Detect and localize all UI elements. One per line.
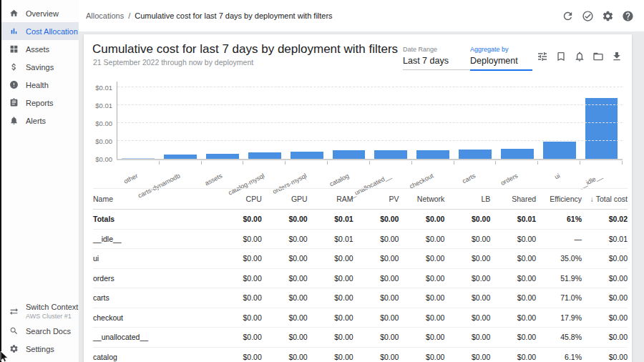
- row-value: $0.01: [308, 229, 353, 249]
- table-row-checkout[interactable]: checkout$0.00$0.00$0.00$0.00$0.00$0.00$0…: [93, 308, 628, 328]
- row-value: $0.00: [353, 229, 399, 249]
- aggregate-value[interactable]: Deployment: [470, 56, 532, 71]
- row-value: —: [536, 229, 582, 249]
- column-header-shared[interactable]: Shared: [490, 189, 536, 210]
- x-label-ui[interactable]: ui: [553, 172, 561, 181]
- dollar-icon[interactable]: [9, 62, 19, 72]
- row-value: $0.02: [582, 210, 628, 230]
- table-row-__idle__[interactable]: __idle__$0.00$0.00$0.01$0.00$0.00$0.00$0…: [93, 229, 628, 249]
- aggregate-field[interactable]: Aggregate by Deployment: [470, 46, 532, 71]
- row-value: $0.00: [216, 249, 262, 269]
- bar-carts[interactable]: [459, 150, 492, 159]
- search-icon[interactable]: [9, 326, 19, 336]
- bar-orders[interactable]: [501, 149, 534, 159]
- bar-catalog-mysql[interactable]: [248, 152, 281, 159]
- table-row-carts[interactable]: carts$0.00$0.00$0.00$0.00$0.00$0.00$0.00…: [93, 288, 628, 308]
- bar-slot: [328, 82, 370, 159]
- bar-checkout[interactable]: [416, 150, 449, 159]
- switch-icon[interactable]: [9, 307, 19, 316]
- sidebar-item-overview[interactable]: Overview: [0, 4, 79, 22]
- row-name[interactable]: __unallocated__: [93, 328, 216, 348]
- table-row-ui[interactable]: ui$0.00$0.00$0.00$0.00$0.00$0.00$0.0035.…: [93, 249, 628, 269]
- chart-bars: [117, 82, 623, 159]
- sidebar-item-cost-allocation[interactable]: Cost Allocation: [0, 22, 79, 40]
- mouse-cursor: [0, 351, 9, 362]
- column-header-efficiency[interactable]: Efficiency: [536, 189, 582, 210]
- column-header-ram[interactable]: RAM: [308, 189, 353, 210]
- row-value: $0.00: [216, 268, 262, 288]
- x-label-carts[interactable]: carts: [461, 172, 477, 185]
- x-label-assets[interactable]: assets: [204, 172, 224, 187]
- row-value: $0.00: [308, 328, 353, 348]
- tune-icon[interactable]: [537, 51, 548, 62]
- bell-outline-icon[interactable]: [574, 51, 585, 62]
- date-range-field[interactable]: Date Range Last 7 days: [403, 46, 472, 70]
- row-name[interactable]: carts: [93, 288, 216, 308]
- sidebar-footer-switch-context[interactable]: Switch ContextAWS Cluster #1: [0, 300, 79, 322]
- sidebar-item-savings[interactable]: Savings: [0, 58, 79, 76]
- bookmark-icon[interactable]: [555, 51, 567, 62]
- bar-__unallocated__[interactable]: [374, 150, 407, 159]
- row-name[interactable]: orders: [93, 268, 216, 288]
- refresh-icon[interactable]: [562, 10, 574, 22]
- sidebar-footer-settings[interactable]: Settings: [0, 340, 79, 358]
- y-tick-label: $0.00: [95, 155, 112, 163]
- y-tick-label: $0.00: [95, 137, 112, 145]
- sidebar-item-health[interactable]: Health: [0, 76, 79, 94]
- x-label-orders[interactable]: orders: [499, 172, 519, 187]
- column-header-network[interactable]: Network: [399, 189, 444, 210]
- bar-orders-mysql[interactable]: [291, 152, 323, 159]
- row-name[interactable]: __idle__: [93, 229, 216, 249]
- bar-other[interactable]: [122, 158, 155, 159]
- column-header-pv[interactable]: PV: [353, 189, 399, 210]
- sidebar-footer: Switch ContextAWS Cluster #1Search DocsS…: [0, 300, 79, 358]
- folder-icon[interactable]: [592, 51, 604, 62]
- gear-icon[interactable]: [9, 344, 19, 353]
- row-name[interactable]: catalog: [93, 347, 216, 362]
- reports-icon[interactable]: [9, 98, 19, 107]
- gear-icon[interactable]: [602, 10, 614, 22]
- sidebar-footer-search-docs[interactable]: Search Docs: [0, 322, 79, 340]
- table-row-catalog[interactable]: catalog$0.00$0.00$0.00$0.00$0.00$0.00$0.…: [93, 347, 628, 362]
- sidebar-item-assets[interactable]: Assets: [0, 40, 79, 58]
- row-name[interactable]: checkout: [93, 308, 216, 328]
- check-circle-icon[interactable]: [582, 10, 594, 22]
- breadcrumb: Allocations / Cumulative cost for last 7…: [86, 0, 333, 31]
- sidebar-item-alerts[interactable]: Alerts: [0, 112, 79, 129]
- bar-ui[interactable]: [543, 142, 576, 159]
- chart-x-axis: othercarts-dynamodbassetscatalog-mysqlor…: [117, 162, 623, 185]
- row-value: 51.9%: [536, 268, 582, 288]
- bar-__idle__[interactable]: [585, 98, 618, 159]
- x-label-catalog[interactable]: catalog: [328, 172, 350, 188]
- table-row-totals[interactable]: Totals$0.00$0.00$0.01$0.00$0.00$0.00$0.0…: [93, 210, 628, 230]
- bar-assets[interactable]: [206, 154, 239, 159]
- column-header-total-cost[interactable]: ↓Total cost: [582, 189, 628, 210]
- allocation-table-wrap: NameCPUGPURAMPVNetworkLBSharedEfficiency…: [93, 188, 628, 362]
- column-header-lb[interactable]: LB: [444, 189, 490, 210]
- bell-icon[interactable]: [9, 116, 19, 125]
- health-icon[interactable]: [9, 80, 19, 89]
- download-icon[interactable]: [611, 51, 623, 62]
- table-row-__unallocated__[interactable]: __unallocated__$0.00$0.00$0.00$0.00$0.00…: [93, 328, 628, 348]
- help-icon[interactable]: [622, 10, 634, 22]
- home-icon[interactable]: [9, 9, 19, 18]
- breadcrumb-section[interactable]: Allocations: [86, 11, 124, 20]
- row-name[interactable]: Totals: [93, 210, 216, 230]
- bar-catalog[interactable]: [333, 150, 366, 159]
- grid-icon[interactable]: [9, 44, 19, 54]
- breadcrumb-current: Cumulative cost for last 7 days by deplo…: [135, 11, 332, 20]
- x-label-__idle__[interactable]: __idle__: [578, 172, 603, 190]
- column-header-cpu[interactable]: CPU: [216, 189, 262, 210]
- column-header-gpu[interactable]: GPU: [262, 189, 308, 210]
- table-row-orders[interactable]: orders$0.00$0.00$0.00$0.00$0.00$0.00$0.0…: [93, 268, 628, 288]
- date-range-value[interactable]: Last 7 days: [403, 56, 472, 70]
- gridline: [117, 87, 623, 87]
- row-value: $0.00: [582, 249, 628, 269]
- bar-carts-dynamodb[interactable]: [164, 155, 197, 159]
- x-label-other[interactable]: other: [123, 172, 140, 185]
- column-header-name[interactable]: Name: [93, 189, 216, 210]
- bar-chart-icon[interactable]: [9, 26, 19, 36]
- sidebar-item-label: Cost Allocation: [26, 27, 78, 36]
- sidebar-item-reports[interactable]: Reports: [0, 94, 79, 112]
- row-name[interactable]: ui: [93, 249, 216, 269]
